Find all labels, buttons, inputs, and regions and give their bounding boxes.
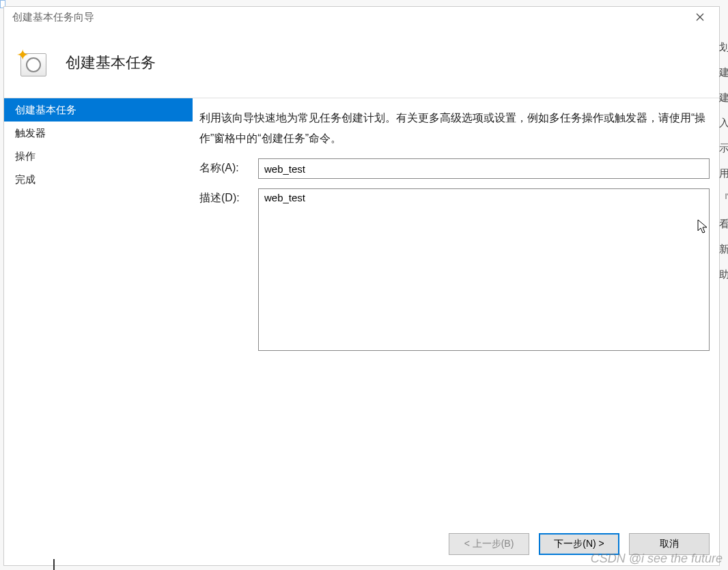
background-caret [53, 559, 55, 570]
wizard-sidebar: 创建基本任务 触发器 操作 完成 [4, 98, 193, 528]
close-icon [696, 13, 704, 21]
sidebar-item-label: 操作 [15, 150, 36, 162]
wizard-dialog: 创建基本任务向导 ✦ 创建基本任务 创建基本任务 触发器 操作 [3, 6, 720, 566]
sidebar-item-create-basic-task[interactable]: 创建基本任务 [4, 98, 193, 122]
titlebar: 创建基本任务向导 [4, 7, 719, 27]
watermark-text: CSDN @i see the future [591, 552, 723, 566]
name-row: 名称(A): [199, 158, 710, 179]
sidebar-item-label: 触发器 [15, 127, 46, 139]
wizard-icon: ✦ [16, 46, 49, 79]
name-label: 名称(A): [199, 158, 258, 175]
header-title: 创建基本任务 [66, 53, 156, 73]
intro-text: 利用该向导快速地为常见任务创建计划。有关更多高级选项或设置，例如多任务操作或触发… [199, 108, 710, 149]
description-label: 描述(D): [199, 188, 258, 205]
description-textarea[interactable] [258, 188, 710, 351]
header-area: ✦ 创建基本任务 [4, 27, 719, 98]
description-row: 描述(D): [199, 188, 710, 351]
close-button[interactable] [686, 8, 714, 27]
sidebar-item-action[interactable]: 操作 [4, 145, 193, 168]
background-text-strip: 划 建 建 入 示 用 『 看 新 助 [720, 41, 728, 281]
sidebar-item-finish[interactable]: 完成 [4, 168, 193, 191]
back-button: < 上一步(B) [449, 533, 529, 555]
sidebar-item-trigger[interactable]: 触发器 [4, 122, 193, 145]
dialog-title: 创建基本任务向导 [12, 11, 94, 24]
sidebar-item-label: 创建基本任务 [15, 104, 76, 115]
main-panel: 利用该向导快速地为常见任务创建计划。有关更多高级选项或设置，例如多任务操作或触发… [193, 98, 719, 528]
name-input[interactable] [258, 158, 710, 179]
body-area: 创建基本任务 触发器 操作 完成 利用该向导快速地为常见任务创建计划。有关更多高… [4, 98, 719, 528]
sidebar-item-label: 完成 [15, 173, 36, 185]
